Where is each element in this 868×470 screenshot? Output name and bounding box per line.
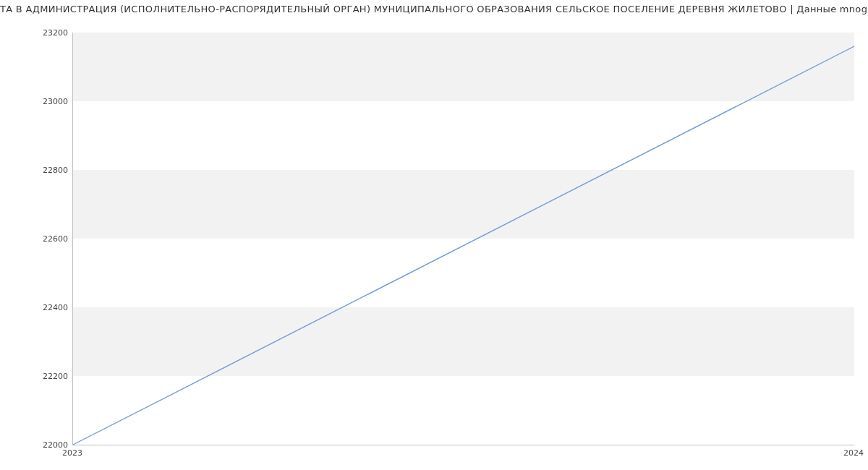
line-layer xyxy=(73,33,854,445)
plot-area xyxy=(72,33,854,445)
x-tick-label: 2024 xyxy=(843,448,864,458)
y-tick-label: 22800 xyxy=(25,166,68,175)
x-tick-label: 2023 xyxy=(62,448,82,458)
data-series-line xyxy=(73,46,854,445)
y-tick-label: 22000 xyxy=(25,440,68,450)
y-tick-label: 23200 xyxy=(25,28,68,38)
y-tick-label: 23000 xyxy=(25,97,68,106)
y-tick-label: 22400 xyxy=(25,303,68,312)
y-tick-label: 22200 xyxy=(25,372,68,381)
chart-title: ТА В АДМИНИСТРАЦИЯ (ИСПОЛНИТЕЛЬНО-РАСПОР… xyxy=(0,4,868,14)
y-tick-label: 22600 xyxy=(25,234,68,244)
